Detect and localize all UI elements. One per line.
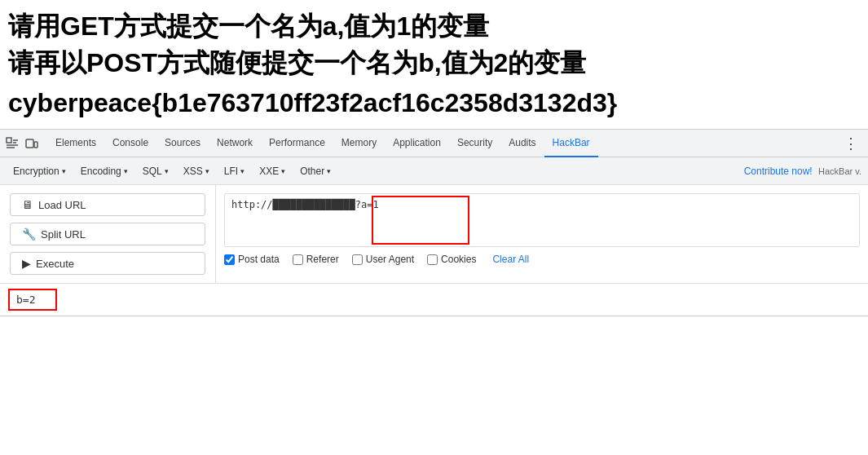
checkboxes-row: Post data Referer User Agent Cookies Cle… bbox=[224, 254, 860, 265]
post-data-checkbox[interactable] bbox=[224, 254, 235, 265]
clear-all-button[interactable]: Clear All bbox=[492, 254, 529, 265]
devtools-tab-security[interactable]: Security bbox=[449, 129, 500, 157]
user-agent-label: User Agent bbox=[366, 254, 414, 265]
hackbar-menu-encoding[interactable]: Encoding ▾ bbox=[74, 163, 134, 179]
cookies-label: Cookies bbox=[441, 254, 476, 265]
devtools-tab-memory[interactable]: Memory bbox=[333, 129, 385, 157]
url-input-wrapper: http://██████████████?a=1 bbox=[224, 193, 860, 247]
page-content: 请用GET方式提交一个名为a,值为1的变量 请再以POST方式随便提交一个名为b… bbox=[0, 0, 868, 129]
hackbar-menu-xxe[interactable]: XXE ▾ bbox=[253, 163, 292, 179]
hackbar-menu-lfi[interactable]: LFI ▾ bbox=[218, 163, 251, 179]
execute-label: Execute bbox=[36, 258, 74, 270]
post-data-checkbox-label[interactable]: Post data bbox=[224, 254, 280, 265]
devtools-tab-elements[interactable]: Elements bbox=[47, 129, 104, 157]
devtools-tab-performance[interactable]: Performance bbox=[261, 129, 333, 157]
arrow-icon: ▾ bbox=[205, 167, 209, 175]
arrow-icon: ▾ bbox=[281, 167, 285, 175]
arrow-icon: ▾ bbox=[240, 167, 245, 175]
hackbar-main: 🖥 Load URL 🔧 Split URL ▶ Execute http://… bbox=[0, 185, 868, 283]
svg-rect-6 bbox=[34, 142, 37, 148]
devtools-tab-hackbar[interactable]: HackBar bbox=[544, 129, 598, 157]
post-data-box[interactable]: b=2 bbox=[8, 289, 57, 311]
post-data-label: Post data bbox=[238, 254, 280, 265]
split-url-button[interactable]: 🔧 Split URL bbox=[10, 223, 205, 245]
inspect-element-icon[interactable] bbox=[5, 136, 20, 151]
devtools-icons bbox=[5, 136, 39, 151]
referer-label: Referer bbox=[306, 254, 339, 265]
load-url-label: Load URL bbox=[38, 199, 86, 211]
arrow-icon: ▾ bbox=[165, 167, 169, 175]
line1: 请用GET方式提交一个名为a,值为1的变量 bbox=[8, 8, 852, 45]
devtools-bar: ElementsConsoleSourcesNetworkPerformance… bbox=[0, 129, 868, 157]
devtools-tabs: ElementsConsoleSourcesNetworkPerformance… bbox=[47, 129, 598, 157]
hackbar-menu-other[interactable]: Other ▾ bbox=[293, 163, 337, 179]
load-url-button[interactable]: 🖥 Load URL bbox=[10, 193, 205, 216]
hackbar-menu-items: Encryption ▾Encoding ▾SQL ▾XSS ▾LFI ▾XXE… bbox=[7, 163, 337, 179]
line2: 请再以POST方式随便提交一个名为b,值为2的变量 bbox=[8, 45, 852, 82]
split-url-label: Split URL bbox=[41, 228, 86, 241]
hackbar-menu-encryption[interactable]: Encryption ▾ bbox=[7, 163, 73, 179]
cookies-checkbox[interactable] bbox=[427, 254, 438, 265]
line3: cyberpeace{b1e763710ff23f2acf16c2358d313… bbox=[8, 85, 852, 121]
contribute-link[interactable]: Contribute now! HackBar v. bbox=[744, 166, 861, 177]
svg-rect-5 bbox=[26, 139, 33, 148]
hackbar-left: 🖥 Load URL 🔧 Split URL ▶ Execute bbox=[0, 185, 216, 283]
arrow-icon: ▾ bbox=[62, 167, 66, 175]
hackbar-right: http://██████████████?a=1 Post data Refe… bbox=[216, 185, 868, 283]
load-url-icon: 🖥 bbox=[22, 198, 33, 211]
devtools-tab-audits[interactable]: Audits bbox=[500, 129, 544, 157]
devtools-tab-sources[interactable]: Sources bbox=[156, 129, 209, 157]
svg-rect-0 bbox=[7, 138, 11, 143]
devtools-tab-application[interactable]: Application bbox=[385, 129, 449, 157]
referer-checkbox[interactable] bbox=[293, 254, 303, 265]
user-agent-checkbox[interactable] bbox=[352, 254, 363, 265]
execute-icon: ▶ bbox=[22, 257, 31, 270]
devtools-more-button[interactable]: ⋮ bbox=[839, 135, 863, 152]
hackbar-menu-sql[interactable]: SQL ▾ bbox=[136, 163, 175, 179]
devtools-tab-network[interactable]: Network bbox=[209, 129, 261, 157]
cookies-checkbox-label[interactable]: Cookies bbox=[427, 254, 476, 265]
execute-button[interactable]: ▶ Execute bbox=[10, 252, 205, 275]
arrow-icon: ▾ bbox=[124, 167, 128, 175]
url-input[interactable]: http://██████████████?a=1 bbox=[225, 194, 859, 243]
arrow-icon: ▾ bbox=[327, 167, 331, 175]
hackbar-menu-row: Encryption ▾Encoding ▾SQL ▾XSS ▾LFI ▾XXE… bbox=[0, 157, 868, 185]
split-url-icon: 🔧 bbox=[22, 228, 36, 241]
hackbar-bottom: b=2 bbox=[0, 283, 868, 316]
user-agent-checkbox-label[interactable]: User Agent bbox=[352, 254, 414, 265]
referer-checkbox-label[interactable]: Referer bbox=[293, 254, 339, 265]
devtools-tab-console[interactable]: Console bbox=[104, 129, 156, 157]
hackbar-menu-xss[interactable]: XSS ▾ bbox=[177, 163, 216, 179]
hackbar-panel: Encryption ▾Encoding ▾SQL ▾XSS ▾LFI ▾XXE… bbox=[0, 157, 868, 316]
device-toggle-icon[interactable] bbox=[24, 136, 39, 151]
